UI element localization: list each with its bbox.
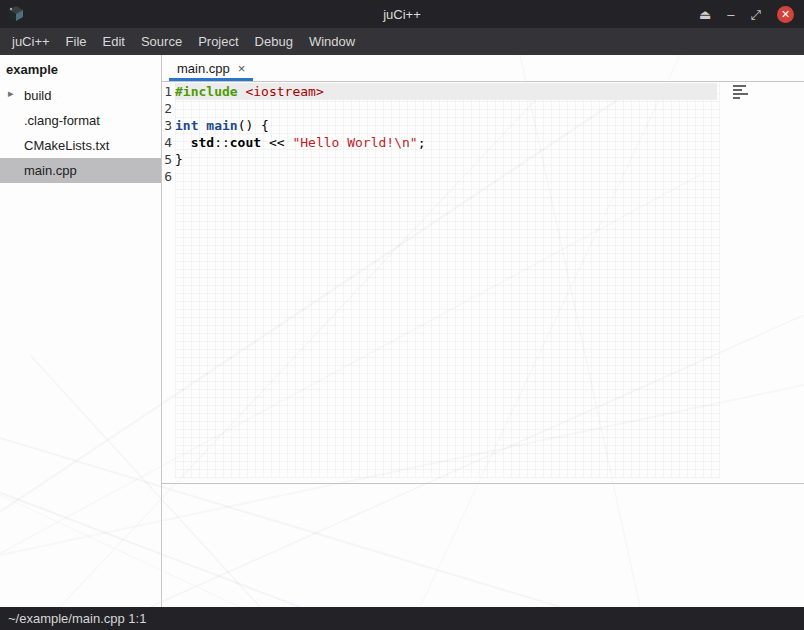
code-line: 5} <box>162 151 804 168</box>
window-controls: ⏏ – ⤢ ✕ <box>699 0 794 28</box>
close-button[interactable]: ✕ <box>777 6 794 23</box>
code-line-content: int main() { <box>175 117 717 134</box>
tab-close-icon[interactable]: × <box>238 61 246 76</box>
file-tree: ▸build.clang-formatCMakeLists.txtmain.cp… <box>0 83 161 183</box>
minimap-line <box>733 85 746 87</box>
menu-bar: juCi++FileEditSourceProjectDebugWindow <box>0 28 804 55</box>
tree-item-cmakelists-txt[interactable]: CMakeLists.txt <box>0 133 161 158</box>
menu-item-source[interactable]: Source <box>133 29 190 54</box>
line-number: 6 <box>162 168 172 185</box>
menu-item-juci[interactable]: juCi++ <box>4 29 58 54</box>
status-file-position: ~/example/main.cpp 1:1 <box>8 611 146 626</box>
file-tree-panel: example ▸build.clang-formatCMakeLists.tx… <box>0 55 162 607</box>
app-logo-icon <box>7 5 25 23</box>
tree-item-clang-format[interactable]: .clang-format <box>0 108 161 133</box>
minimap-line <box>733 89 742 91</box>
title-bar: juCi++ ⏏ – ⤢ ✕ <box>0 0 804 28</box>
tree-item-build[interactable]: ▸build <box>0 83 161 108</box>
tree-item-label: build <box>24 88 51 103</box>
tree-item-main-cpp[interactable]: main.cpp <box>0 158 161 183</box>
app-window: juCi++ ⏏ – ⤢ ✕ juCi++FileEditSourceProje… <box>0 0 804 630</box>
tab-label: main.cpp <box>177 61 230 76</box>
menu-item-project[interactable]: Project <box>190 29 246 54</box>
window-title: juCi++ <box>0 7 804 22</box>
minimap[interactable] <box>733 85 748 99</box>
eject-icon[interactable]: ⏏ <box>699 8 711 21</box>
code-lines: 1#include <iostream>23int main() {4 std:… <box>162 82 804 185</box>
code-line: 3int main() { <box>162 117 804 134</box>
code-line-content <box>175 100 717 117</box>
menu-item-window[interactable]: Window <box>301 29 363 54</box>
code-line: 6 <box>162 168 804 185</box>
project-root-label[interactable]: example <box>0 57 161 83</box>
expander-icon[interactable]: ▸ <box>8 87 14 100</box>
code-line-content: #include <iostream> <box>175 83 717 100</box>
tab-bar: main.cpp × <box>162 55 804 82</box>
line-number: 3 <box>162 117 172 134</box>
tree-item-label: main.cpp <box>24 163 77 178</box>
code-line-content <box>175 168 717 185</box>
code-editor[interactable]: 1#include <iostream>23int main() {4 std:… <box>162 82 804 483</box>
minimap-line <box>733 93 748 95</box>
line-number: 2 <box>162 100 172 117</box>
line-number: 5 <box>162 151 172 168</box>
content-area: example ▸build.clang-formatCMakeLists.tx… <box>0 55 804 607</box>
minimize-button[interactable]: – <box>727 8 734 21</box>
code-line-content: } <box>175 151 717 168</box>
line-number: 1 <box>162 83 172 100</box>
code-line: 4 std::cout << "Hello World!\n"; <box>162 134 804 151</box>
minimap-line <box>733 97 740 99</box>
output-pane[interactable] <box>162 483 804 607</box>
code-line: 2 <box>162 100 804 117</box>
menu-item-debug[interactable]: Debug <box>247 29 301 54</box>
tab-main-cpp[interactable]: main.cpp × <box>167 57 255 81</box>
maximize-button[interactable]: ⤢ <box>751 8 761 21</box>
status-bar: ~/example/main.cpp 1:1 <box>0 607 804 630</box>
line-number: 4 <box>162 134 172 151</box>
tree-item-label: CMakeLists.txt <box>24 138 109 153</box>
code-line-content: std::cout << "Hello World!\n"; <box>175 134 717 151</box>
code-line: 1#include <iostream> <box>162 83 804 100</box>
menu-item-edit[interactable]: Edit <box>95 29 133 54</box>
tree-item-label: .clang-format <box>24 113 100 128</box>
menu-item-file[interactable]: File <box>58 29 95 54</box>
main-panel: main.cpp × 1#include <iostream>23int mai… <box>162 55 804 607</box>
